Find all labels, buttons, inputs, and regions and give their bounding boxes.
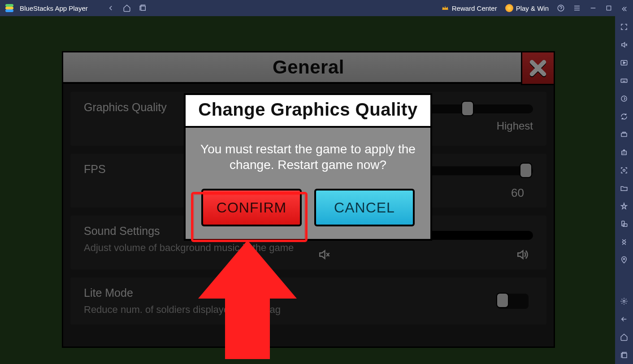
mute-icon[interactable] <box>317 248 330 263</box>
macro-icon[interactable] <box>615 126 633 143</box>
reward-center-label: Reward Center <box>452 4 497 12</box>
setting-lite-mode: Lite Mode Reduce num. of soldiers displa… <box>70 277 546 325</box>
bluestacks-logo-icon <box>4 3 14 13</box>
media-icon[interactable] <box>615 54 633 72</box>
game-viewport: General Graphics Quality ... High Highes… <box>0 16 615 364</box>
volume-mute-icon[interactable] <box>615 36 633 54</box>
recents-icon[interactable] <box>139 4 147 12</box>
coin-icon <box>505 4 513 12</box>
slider-thumb[interactable] <box>520 163 532 178</box>
settings-header: General <box>63 52 554 84</box>
modal-header: Change Graphics Quality <box>186 95 430 128</box>
volume-icon[interactable] <box>515 248 529 263</box>
reward-center-button[interactable]: Reward Center <box>441 4 497 12</box>
sync-icon[interactable] <box>615 108 633 126</box>
title-bar: BlueStacks App Player Reward Center Play… <box>0 0 633 16</box>
shake-icon[interactable] <box>615 233 633 251</box>
play-win-label: Play & Win <box>516 4 549 12</box>
rotate-icon[interactable] <box>615 215 633 233</box>
modal-title: Change Graphics Quality <box>191 100 425 120</box>
modal-body-text: You must restart the game to apply the c… <box>186 128 430 185</box>
close-icon <box>528 58 548 78</box>
crown-icon <box>441 4 449 12</box>
fullscreen-icon[interactable] <box>615 18 633 36</box>
hamburger-icon[interactable] <box>573 4 581 12</box>
keyboard-icon[interactable] <box>615 72 633 90</box>
svg-rect-0 <box>5 4 13 7</box>
airplane-icon[interactable] <box>615 197 633 215</box>
record-icon[interactable] <box>615 90 633 108</box>
home2-icon[interactable] <box>615 328 633 346</box>
lite-label: Lite Mode <box>84 286 533 299</box>
svg-rect-2 <box>5 9 13 12</box>
maximize-icon[interactable] <box>605 4 612 12</box>
apk-icon[interactable]: APK <box>615 143 633 161</box>
back-icon[interactable] <box>107 4 115 12</box>
quality-label-highest: Highest <box>497 120 533 132</box>
sound-desc: Adjust volume of background music in the… <box>84 242 533 254</box>
fps-value: 60 <box>511 186 524 200</box>
help-icon[interactable] <box>557 4 565 12</box>
location-icon[interactable] <box>615 251 633 269</box>
svg-rect-1 <box>5 7 13 9</box>
play-win-button[interactable]: Play & Win <box>505 4 549 12</box>
home-icon[interactable] <box>123 4 131 12</box>
settings-title: General <box>273 56 344 78</box>
overview-icon[interactable] <box>615 346 633 364</box>
svg-text:APK: APK <box>622 152 626 154</box>
svg-rect-9 <box>621 133 627 137</box>
settings-gear-icon[interactable] <box>615 292 633 310</box>
close-settings-button[interactable] <box>521 51 555 85</box>
app-title: BlueStacks App Player <box>20 4 88 12</box>
slider-thumb[interactable] <box>461 101 474 116</box>
back-arrow-icon[interactable] <box>615 310 633 328</box>
cancel-button[interactable]: CANCEL <box>314 189 415 226</box>
change-graphics-modal: Change Graphics Quality You must restart… <box>184 93 432 241</box>
collapse-sidebar-icon[interactable] <box>615 0 633 18</box>
svg-rect-5 <box>607 6 611 10</box>
lite-toggle[interactable] <box>497 294 529 309</box>
svg-rect-17 <box>622 353 627 358</box>
svg-point-16 <box>623 300 625 303</box>
toggle-thumb[interactable] <box>496 293 509 308</box>
lite-desc: Reduce num. of soldiers displayed during… <box>84 304 533 316</box>
confirm-button[interactable]: CONFIRM <box>201 189 302 226</box>
svg-rect-3 <box>141 6 145 11</box>
confirm-label: CONFIRM <box>217 199 286 216</box>
minimize-icon[interactable] <box>589 4 597 12</box>
svg-point-15 <box>624 258 625 260</box>
cancel-label: CANCEL <box>334 199 395 216</box>
svg-point-8 <box>621 96 627 101</box>
folder-icon[interactable] <box>615 179 633 197</box>
right-toolbar: APK <box>615 0 633 364</box>
svg-point-12 <box>623 169 625 172</box>
screenshot-icon[interactable] <box>615 161 633 179</box>
svg-rect-7 <box>621 79 627 82</box>
